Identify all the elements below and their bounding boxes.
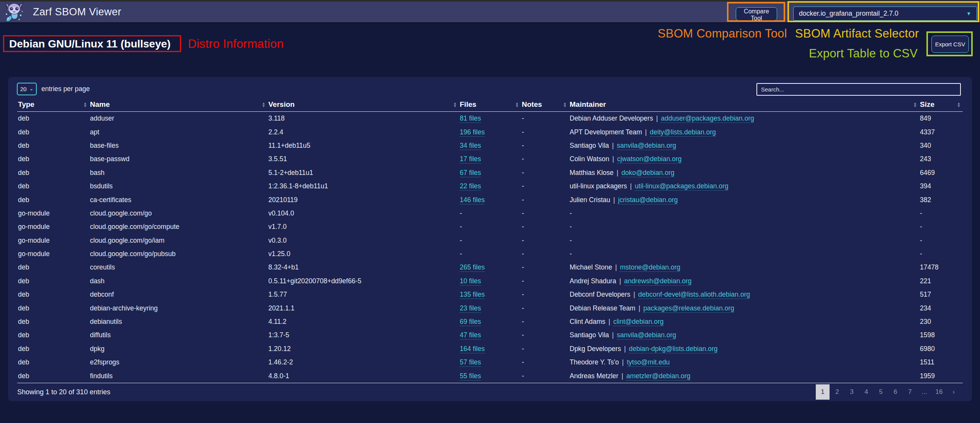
- cell-maintainer: -: [569, 234, 919, 247]
- cell-files: 55 files: [459, 369, 521, 382]
- maintainer-email-link[interactable]: jcristau@debian.org: [618, 196, 678, 204]
- maintainer-name: util-linux packagers: [570, 182, 627, 190]
- table-row: debdebian-archive-keyring2021.1.123 file…: [17, 301, 963, 315]
- maintainer-separator: |: [609, 331, 617, 339]
- maintainer-email-link[interactable]: ametzler@debian.org: [626, 372, 691, 381]
- files-link[interactable]: 164 files: [460, 345, 485, 353]
- table-row: debe2fsprogs1.46.2-257 files-Theodore Y.…: [17, 356, 963, 369]
- page-button-7[interactable]: 7: [903, 384, 917, 400]
- cell-files: 22 files: [459, 180, 521, 193]
- cell-files: 81 files: [459, 112, 521, 126]
- cell-name: bash: [89, 166, 268, 180]
- cell-notes: -: [521, 166, 569, 180]
- distro-title: Debian GNU/Linux 11 (bullseye): [9, 38, 171, 50]
- maintainer-email-link[interactable]: deity@lists.debian.org: [650, 128, 716, 137]
- sort-arrows-icon[interactable]: ▴▾: [263, 102, 265, 107]
- files-link[interactable]: 34 files: [460, 142, 481, 150]
- maintainer-email-link[interactable]: sanvila@debian.org: [617, 142, 676, 150]
- maintainer-email-link[interactable]: doko@debian.org: [621, 169, 674, 177]
- files-link[interactable]: 81 files: [460, 114, 481, 123]
- column-header-type[interactable]: Type▴▾: [17, 98, 89, 112]
- maintainer-email-link[interactable]: util-linux@packages.debian.org: [635, 182, 728, 191]
- cell-maintainer: -: [569, 207, 919, 220]
- cell-files: 57 files: [459, 356, 521, 369]
- column-header-notes[interactable]: Notes▴▾: [521, 98, 569, 112]
- files-link[interactable]: 55 files: [460, 372, 481, 381]
- compare-tool-button[interactable]: Compare Tool: [736, 7, 777, 21]
- maintainer-email-link[interactable]: sanvila@debian.org: [617, 331, 676, 340]
- maintainer-email-link[interactable]: tytso@mit.edu: [627, 358, 670, 367]
- entries-summary: Showing 1 to 20 of 310 entries: [17, 388, 110, 396]
- maintainer-email-link[interactable]: debconf-devel@lists.alioth.debian.org: [638, 291, 750, 299]
- cell-version: 4.11.2: [268, 315, 459, 328]
- cell-files: 135 files: [459, 288, 521, 301]
- cell-type: deb: [17, 261, 89, 274]
- column-header-maintainer[interactable]: Maintainer▴▾: [569, 98, 919, 112]
- page-button-3[interactable]: 3: [845, 384, 859, 400]
- cell-version: v1.7.0: [268, 220, 459, 234]
- annotation-label-artifact-selector: SBOM Artifact Selector: [795, 27, 919, 41]
- maintainer-name: Theodore Y. Ts'o: [570, 358, 619, 366]
- column-header-files[interactable]: Files▴▾: [459, 98, 521, 112]
- maintainer-email-link[interactable]: debian-dpkg@lists.debian.org: [629, 345, 718, 353]
- files-link[interactable]: 265 files: [460, 263, 485, 272]
- page-button-16[interactable]: 16: [932, 384, 946, 400]
- sbom-artifact-selector[interactable]: docker.io_grafana_promtail_2.7.0 ▼: [793, 7, 977, 21]
- cell-maintainer: Matthias Klose|doko@debian.org: [569, 166, 919, 180]
- page-button-1[interactable]: 1: [816, 384, 830, 400]
- column-header-size[interactable]: Size▴▾: [919, 98, 963, 112]
- files-link[interactable]: 47 files: [460, 331, 481, 340]
- column-header-version[interactable]: Version▴▾: [268, 98, 459, 112]
- sort-arrows-icon[interactable]: ▴▾: [914, 102, 916, 107]
- sort-arrows-icon[interactable]: ▴▾: [958, 102, 960, 107]
- maintainer-email-link[interactable]: packages@release.debian.org: [643, 304, 734, 313]
- maintainer-name: Clint Adams: [570, 318, 605, 325]
- maintainer-email-link[interactable]: andrewsh@debian.org: [624, 277, 691, 286]
- files-link[interactable]: 146 files: [460, 196, 485, 204]
- files-link[interactable]: 135 files: [460, 291, 485, 299]
- column-label: Size: [920, 100, 934, 108]
- maintainer-email-link[interactable]: mstone@debian.org: [620, 263, 680, 272]
- sort-arrows-icon[interactable]: ▴▾: [564, 102, 566, 107]
- search-input[interactable]: [756, 83, 961, 96]
- column-label: Files: [460, 100, 476, 108]
- maintainer-email-link[interactable]: cjwatson@debian.org: [617, 155, 682, 163]
- files-link[interactable]: 22 files: [460, 182, 481, 191]
- files-link[interactable]: 67 files: [460, 169, 481, 177]
- page-button-...[interactable]: ...: [918, 384, 931, 400]
- files-link[interactable]: 196 files: [460, 128, 485, 137]
- files-link[interactable]: 23 files: [460, 304, 481, 313]
- column-label: Name: [90, 100, 110, 108]
- maintainer-email-link[interactable]: clint@debian.org: [613, 318, 664, 326]
- column-header-name[interactable]: Name▴▾: [89, 98, 268, 112]
- files-link[interactable]: 57 files: [460, 358, 481, 367]
- app-header: Zarf SBOM Viewer Compare Tool docker.io_…: [0, 2, 980, 24]
- page-button-5[interactable]: 5: [874, 384, 888, 400]
- next-page-button[interactable]: ›: [947, 384, 960, 400]
- maintainer-separator: |: [627, 182, 635, 190]
- cell-type: go-module: [17, 207, 89, 220]
- entries-per-page-select[interactable]: 20 ⌄: [17, 83, 37, 95]
- package-table-card: 20 ⌄ entries per page Type▴▾Name▴▾Versio…: [8, 77, 972, 401]
- cell-name: adduser: [89, 112, 268, 126]
- cell-name: base-files: [89, 139, 268, 152]
- page-button-6[interactable]: 6: [889, 384, 902, 400]
- sort-arrows-icon[interactable]: ▴▾: [84, 102, 86, 107]
- files-link[interactable]: 17 files: [460, 155, 481, 163]
- column-label: Version: [268, 100, 295, 108]
- cell-files: 69 files: [459, 315, 521, 328]
- files-link[interactable]: 10 files: [460, 277, 481, 286]
- sort-arrows-icon[interactable]: ▴▾: [516, 102, 518, 107]
- cell-type: deb: [17, 125, 89, 139]
- sort-arrows-icon[interactable]: ▴▾: [454, 102, 456, 107]
- cell-version: 3.5.51: [268, 152, 459, 166]
- cell-files: 164 files: [459, 342, 521, 356]
- files-link[interactable]: 69 files: [460, 318, 481, 326]
- page-button-2[interactable]: 2: [830, 384, 844, 400]
- cell-name: dash: [89, 274, 268, 288]
- export-csv-button[interactable]: Export CSV: [931, 36, 969, 53]
- cell-version: 2.2.4: [268, 125, 459, 139]
- cell-files: 10 files: [459, 274, 521, 288]
- page-button-4[interactable]: 4: [859, 384, 873, 400]
- maintainer-email-link[interactable]: adduser@packages.debian.org: [661, 114, 754, 123]
